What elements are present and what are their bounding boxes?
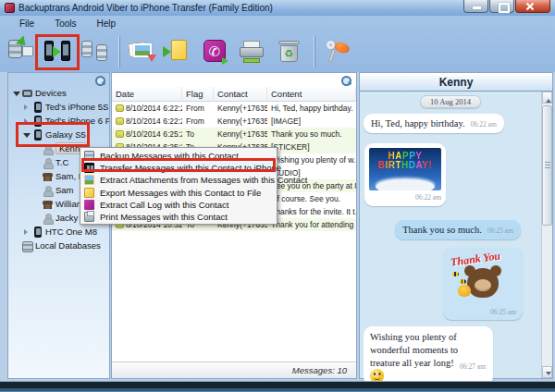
app-window: Backuptrans Android Viber to iPhone Tran… [0, 0, 555, 392]
main-area: Devices Ted's iPhone 5S Ted's iPhone 6 P… [0, 72, 555, 381]
tree-expand-arrow[interactable] [12, 242, 19, 250]
cell-content: [STICKER] [267, 142, 356, 152]
table-header: Date Flag Contact Content [112, 87, 356, 102]
cell-content: Thank you for attending ... [267, 220, 356, 229]
birthday-image: HAPPY BIRTHDAY! [369, 148, 441, 190]
context-menu-item[interactable]: Export Messages with this Contact to Fil… [80, 187, 277, 199]
scrollbar-thumb[interactable] [542, 105, 552, 226]
tree-item-icon [22, 240, 32, 251]
bubble-time: 06:25 am [487, 227, 513, 235]
toolbar: ✆ ♻ [0, 31, 555, 72]
cell-content: Thank you so much. [267, 129, 356, 139]
chat-bubble-incoming: Hi, Ted, happy birthday.06:22 am [364, 114, 504, 133]
tree-item-label: HTC One M8 [45, 227, 97, 237]
sticker-text: Thank You [450, 247, 515, 270]
tree-item[interactable]: HTC One M8 [8, 225, 109, 239]
minimize-button[interactable] [463, 0, 488, 13]
context-menu-item[interactable]: Print Messages with this Contact [80, 211, 277, 223]
tree-item[interactable]: Ted's iPhone 5S [8, 100, 109, 114]
bubble-time: 06:25 am [490, 308, 516, 316]
column-header-content[interactable]: Content [267, 87, 356, 102]
column-header-flag[interactable]: Flag [182, 87, 214, 102]
tree-item-icon [43, 157, 53, 168]
chat-preview-panel: Kenny 10 Aug 2014 Hi, Ted, happy birthda… [359, 72, 553, 379]
message-icon [116, 130, 124, 138]
key-toolbar-button[interactable] [324, 37, 350, 67]
tree-item-label: T.C [56, 157, 68, 167]
tree-expand-arrow[interactable] [32, 214, 40, 222]
message-icon [116, 117, 124, 125]
tree-item-label: Devices [35, 88, 67, 98]
tree-expand-arrow[interactable] [22, 228, 30, 236]
toolbar-separator[interactable] [314, 36, 314, 67]
messages-count-statusbar: Messages: 10 [112, 361, 356, 378]
tree-expand-arrow[interactable] [32, 173, 40, 180]
menu-item[interactable]: Help [88, 18, 124, 30]
bubble-text: Thank you so much. [402, 225, 482, 235]
cell-content: [IMAGE] [267, 116, 356, 126]
annotation-box-galaxy-s5 [16, 122, 90, 147]
context-menu-item-icon [84, 175, 94, 185]
table-row[interactable]: 8/10/2014 6:22:21 ... From Kenny(+17635.… [112, 115, 356, 128]
print-toolbar-button[interactable] [240, 37, 265, 67]
table-search-icon[interactable] [340, 75, 352, 87]
tree-expand-arrow[interactable] [22, 104, 30, 111]
context-menu-item-label: Extract Attachments from Messages with t… [100, 175, 307, 185]
tree-item[interactable]: Local Databases [8, 239, 109, 252]
photos-toolbar-button[interactable] [129, 37, 154, 67]
table-row[interactable]: 8/10/2014 6:25:20 ... To Kenny(+17635...… [112, 128, 356, 141]
context-menu-item-label: Export Messages with this Contact to Fil… [100, 188, 261, 198]
bee-art [460, 279, 466, 284]
tree-expand-arrow[interactable] [32, 159, 40, 166]
cell-content: Thanks for the invite. It t... [267, 207, 356, 216]
tree-expand-arrow[interactable] [12, 90, 19, 97]
context-menu-item-label: Print Messages with this Contact [100, 212, 228, 222]
chat-contact-name: Kenny [360, 73, 552, 92]
close-button[interactable] [515, 0, 550, 13]
context-menu-item[interactable]: Extract Attachments from Messages with t… [80, 174, 277, 186]
tree-item-label: Jacky [56, 213, 78, 223]
thank-you-sticker: Thank You [450, 251, 515, 303]
window-bottom-frame [0, 381, 555, 392]
bubble-text: Hi, Ted, happy birthday. [371, 118, 465, 129]
trash-toolbar-button[interactable]: ♻ [277, 37, 302, 67]
context-menu-item-icon [84, 188, 94, 198]
cell-content: Hi, Ted, happy birthday. [267, 104, 356, 113]
tree-item-icon [43, 185, 53, 196]
cell-date: 8/10/2014 6:22:21 ... [126, 116, 182, 126]
table-row[interactable]: 8/10/2014 6:22:20 ... From Kenny(+17635.… [112, 102, 356, 115]
cell-flag: To [182, 129, 214, 139]
context-menu-item-label: Extract Call Log with this Contact [100, 200, 228, 210]
dbsync-toolbar-button[interactable] [81, 37, 107, 67]
chat-body: 10 Aug 2014 Hi, Ted, happy birthday.06:2… [360, 92, 541, 378]
backup-toolbar-button[interactable] [7, 37, 33, 67]
context-menu-item-icon [84, 200, 94, 210]
tree-item[interactable]: Devices [8, 86, 109, 100]
column-header-contact[interactable]: Contact [214, 87, 267, 102]
column-header-date[interactable]: Date [112, 87, 182, 102]
cell-contact: Kenny(+17635... [214, 116, 267, 126]
title-bar[interactable]: Backuptrans Android Viber to iPhone Tran… [0, 0, 555, 16]
scroll-down-arrow[interactable] [542, 366, 552, 378]
cell-date: 8/10/2014 6:22:20 ... [126, 104, 182, 113]
tree-item-icon [22, 88, 32, 99]
export-toolbar-button[interactable] [166, 37, 191, 67]
calllog-toolbar-button[interactable]: ✆ [203, 37, 228, 67]
cell-content: Of course. See you. [267, 194, 356, 203]
chat-date-header: 10 Aug 2014 [420, 95, 481, 108]
menu-item[interactable]: File [11, 18, 43, 30]
bee-art [452, 272, 459, 276]
menu-item[interactable]: Tools [46, 18, 84, 30]
context-menu-item[interactable]: Extract Call Log with this Contact [80, 199, 277, 211]
chat-scrollbar[interactable] [541, 92, 552, 378]
tree-expand-arrow[interactable] [32, 201, 40, 208]
tree-item-label: Ted's iPhone 5S [45, 102, 108, 112]
chat-bubble-outgoing: Thank you so much.06:25 am [395, 220, 521, 239]
toolbar-separator[interactable] [118, 36, 119, 67]
tree-expand-arrow[interactable] [32, 187, 40, 194]
context-menu-item-icon [84, 212, 94, 222]
maximize-button[interactable] [489, 0, 514, 13]
cell-flag: From [182, 104, 214, 113]
app-icon [5, 3, 15, 13]
scroll-up-arrow[interactable] [542, 92, 552, 104]
